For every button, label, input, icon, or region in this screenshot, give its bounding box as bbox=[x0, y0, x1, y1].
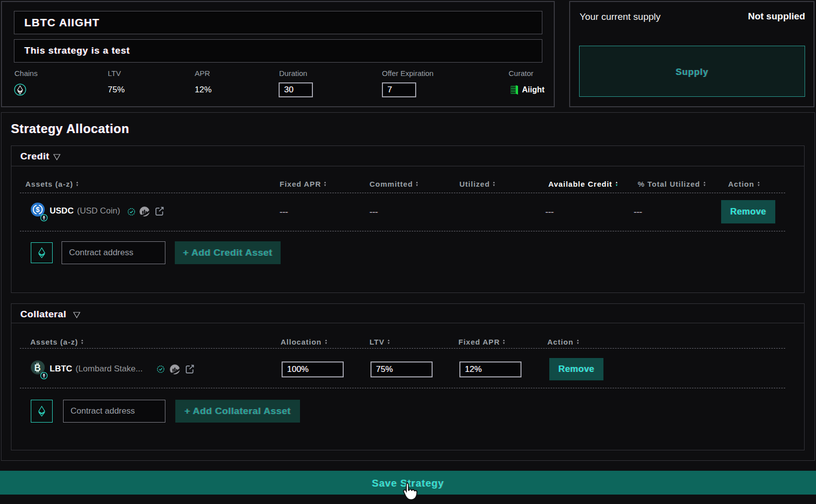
svg-text:B: B bbox=[34, 363, 41, 373]
svg-text:$: $ bbox=[36, 206, 40, 214]
